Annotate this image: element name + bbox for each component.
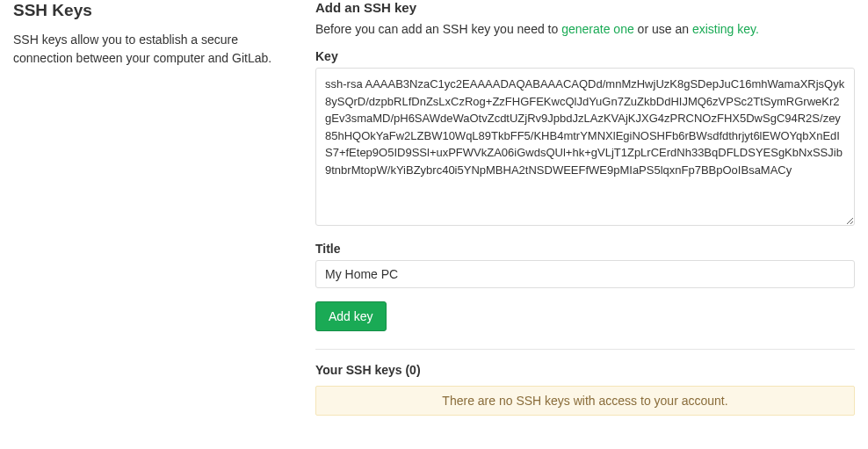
empty-keys-alert: There are no SSH keys with access to you… (315, 386, 855, 416)
page-description: SSH keys allow you to establish a secure… (13, 31, 289, 68)
divider (315, 349, 855, 350)
title-input[interactable] (315, 260, 855, 288)
title-label: Title (315, 242, 855, 256)
generate-key-link[interactable]: generate one (561, 22, 634, 36)
page-title: SSH Keys (13, 0, 289, 22)
key-textarea[interactable] (315, 68, 855, 226)
key-label: Key (315, 49, 855, 63)
ssh-keys-heading: Your SSH keys (0) (315, 363, 855, 377)
form-heading: Add an SSH key (315, 0, 855, 15)
existing-key-link[interactable]: existing key. (692, 22, 759, 36)
add-key-button[interactable]: Add key (315, 301, 387, 331)
helper-prefix: Before you can add an SSH key you need t… (315, 22, 561, 36)
helper-middle: or use an (634, 22, 692, 36)
form-helper: Before you can add an SSH key you need t… (315, 22, 855, 36)
